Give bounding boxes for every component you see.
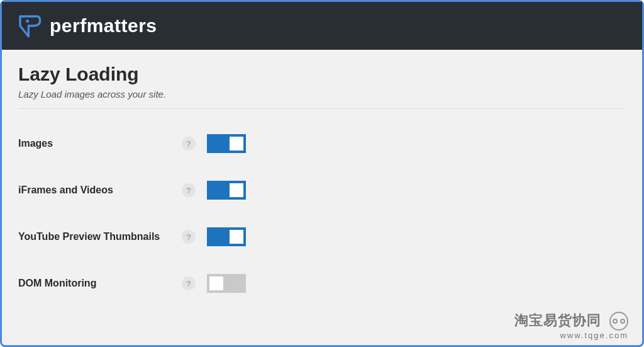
section-description: Lazy Load images across your site. xyxy=(18,89,626,109)
toggle-knob xyxy=(230,137,243,151)
help-icon[interactable]: ? xyxy=(182,230,196,244)
setting-label: YouTube Preview Thumbnails xyxy=(18,230,182,244)
svg-point-0 xyxy=(26,20,29,23)
setting-row-images: Images ? xyxy=(18,120,626,167)
app-frame: perfmatters Lazy Loading Lazy Load image… xyxy=(0,0,644,347)
help-icon[interactable]: ? xyxy=(182,137,196,151)
watermark: 淘宝易货协同 www.tqge.com xyxy=(514,311,628,340)
setting-row-iframes-videos: iFrames and Videos ? xyxy=(18,167,626,213)
app-header: perfmatters xyxy=(2,2,642,50)
setting-label: Images xyxy=(18,137,182,151)
setting-row-youtube-thumbnails: YouTube Preview Thumbnails ? xyxy=(18,213,626,260)
toggle-youtube-thumbnails[interactable] xyxy=(207,227,246,246)
section-title: Lazy Loading xyxy=(18,64,626,85)
settings-panel: Lazy Loading Lazy Load images across you… xyxy=(2,50,642,345)
glasses-icon xyxy=(609,312,628,331)
setting-row-dom-monitoring: DOM Monitoring ? xyxy=(18,260,626,307)
setting-label: DOM Monitoring xyxy=(18,276,182,290)
help-icon[interactable]: ? xyxy=(182,183,196,197)
toggle-knob xyxy=(230,183,243,197)
brand-name: perfmatters xyxy=(50,15,157,37)
watermark-text-2: www.tqge.com xyxy=(514,331,628,340)
toggle-knob xyxy=(230,230,243,244)
toggle-images[interactable] xyxy=(207,134,246,153)
watermark-text-1: 淘宝易货协同 xyxy=(514,312,601,328)
toggle-knob xyxy=(209,276,223,290)
perfmatters-logo-icon xyxy=(17,13,42,38)
toggle-iframes-videos[interactable] xyxy=(207,181,246,200)
setting-label: iFrames and Videos xyxy=(18,183,182,197)
toggle-dom-monitoring[interactable] xyxy=(207,274,246,293)
help-icon[interactable]: ? xyxy=(182,276,196,290)
settings-rows: Images ? iFrames and Videos ? YouTube Pr… xyxy=(18,120,626,307)
